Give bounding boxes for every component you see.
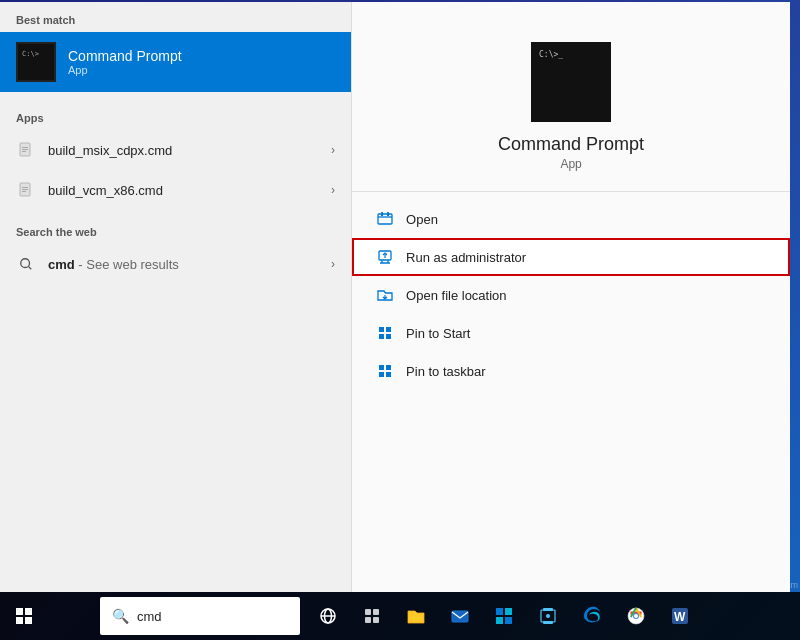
best-match-item[interactable]: C:\> Command Prompt App (0, 32, 351, 92)
svg-point-37 (546, 614, 550, 618)
chrome-button[interactable] (616, 596, 656, 636)
svg-rect-31 (505, 608, 512, 615)
svg-rect-28 (373, 617, 379, 623)
svg-rect-3 (22, 151, 26, 152)
svg-point-40 (634, 614, 638, 618)
taskbar-search-input[interactable] (137, 609, 277, 624)
app-item-msix[interactable]: build_msix_cdpx.cmd › (0, 130, 351, 170)
web-label: Search the web (0, 214, 351, 244)
action-open[interactable]: Open (352, 200, 790, 238)
best-match-subtitle: App (68, 64, 182, 76)
app-detail-type: App (560, 157, 581, 171)
svg-rect-27 (365, 617, 371, 623)
svg-rect-32 (496, 617, 503, 624)
action-pin-start-label: Pin to Start (406, 326, 470, 341)
svg-rect-19 (386, 365, 391, 370)
svg-rect-25 (365, 609, 371, 615)
chevron-icon-msix: › (331, 143, 335, 157)
svg-line-9 (29, 267, 32, 270)
app-detail-header: C:\>_ Command Prompt App (352, 2, 790, 192)
action-pin-taskbar-label: Pin to taskbar (406, 364, 486, 379)
svg-rect-17 (386, 334, 391, 339)
taskbar-icons: W (308, 596, 700, 636)
svg-rect-30 (496, 608, 503, 615)
app-detail-name: Command Prompt (498, 134, 644, 155)
task-view-button[interactable] (308, 596, 348, 636)
action-run-admin-label: Run as administrator (406, 250, 526, 265)
windows-logo-icon (16, 608, 32, 624)
file-icon-msix (16, 140, 36, 160)
action-open-label: Open (406, 212, 438, 227)
word-button[interactable]: W (660, 596, 700, 636)
web-hint: - See web results (75, 257, 179, 272)
left-panel: Best match C:\> Command Prompt App Apps (0, 2, 351, 592)
svg-point-8 (21, 259, 30, 268)
file-explorer-button[interactable] (396, 596, 436, 636)
svg-rect-1 (22, 147, 28, 148)
store-button[interactable] (484, 596, 524, 636)
app-actions: Open Run as administrator (352, 192, 790, 398)
svg-rect-2 (22, 149, 28, 150)
svg-rect-21 (386, 372, 391, 377)
web-search-item[interactable]: cmd - See web results › (0, 244, 351, 284)
start-button[interactable] (0, 592, 48, 640)
start-menu: Best match C:\> Command Prompt App Apps (0, 2, 790, 592)
search-web-icon (16, 254, 36, 274)
apps-section: Apps build_msix_cdpx.cmd › (0, 92, 351, 210)
pin-start-icon (376, 324, 394, 342)
action-open-file-location[interactable]: Open file location (352, 276, 790, 314)
app-detail-icon: C:\>_ (531, 42, 611, 122)
app-item-vcm[interactable]: build_vcm_x86.cmd › (0, 170, 351, 210)
open-file-location-icon (376, 286, 394, 304)
task-switcher-button[interactable] (352, 596, 392, 636)
best-match-text: Command Prompt App (68, 48, 182, 76)
action-pin-taskbar[interactable]: Pin to taskbar (352, 352, 790, 390)
file-icon-vcm (16, 180, 36, 200)
best-match-title: Command Prompt (68, 48, 182, 64)
svg-rect-14 (379, 327, 384, 332)
svg-rect-12 (387, 212, 389, 216)
taskbar-search-icon: 🔍 (112, 608, 129, 624)
web-query: cmd (48, 257, 75, 272)
svg-rect-5 (22, 187, 28, 188)
svg-rect-16 (379, 334, 384, 339)
action-open-file-location-label: Open file location (406, 288, 506, 303)
svg-text:W: W (674, 610, 686, 624)
cmd-icon-large: C:\> (16, 42, 56, 82)
svg-rect-10 (378, 214, 392, 224)
taskbar: 🔍 (0, 592, 800, 640)
pin-taskbar-icon (376, 362, 394, 380)
app-label-msix: build_msix_cdpx.cmd (48, 143, 331, 158)
app-label-vcm: build_vcm_x86.cmd (48, 183, 331, 198)
action-run-admin[interactable]: Run as administrator (352, 238, 790, 276)
chevron-icon-web: › (331, 257, 335, 271)
watermark: wsxdn.com (753, 580, 798, 590)
chevron-icon-vcm: › (331, 183, 335, 197)
edge-button[interactable] (572, 596, 612, 636)
action-pin-start[interactable]: Pin to Start (352, 314, 790, 352)
svg-rect-26 (373, 609, 379, 615)
svg-rect-29 (452, 611, 468, 622)
svg-rect-11 (381, 212, 383, 216)
svg-rect-20 (379, 372, 384, 377)
svg-rect-18 (379, 365, 384, 370)
apps-label: Apps (0, 100, 351, 130)
run-admin-icon (376, 248, 394, 266)
mail-button[interactable] (440, 596, 480, 636)
right-panel: C:\>_ Command Prompt App (351, 2, 790, 592)
desktop: Best match C:\> Command Prompt App Apps (0, 0, 800, 640)
open-icon (376, 210, 394, 228)
svg-rect-6 (22, 189, 28, 190)
web-search-text: cmd - See web results (48, 257, 331, 272)
settings-button[interactable] (528, 596, 568, 636)
svg-rect-33 (505, 617, 512, 624)
svg-rect-15 (386, 327, 391, 332)
best-match-label: Best match (0, 2, 351, 32)
taskbar-search-box[interactable]: 🔍 (100, 597, 300, 635)
svg-rect-7 (22, 191, 26, 192)
web-section: Search the web cmd - See web results › (0, 214, 351, 284)
